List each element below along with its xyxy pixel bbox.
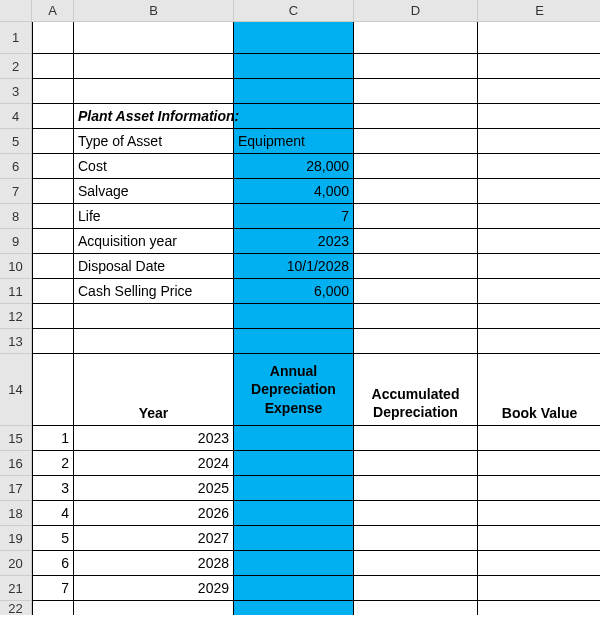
cell-a20[interactable]: 6 (32, 551, 74, 576)
row-header-21[interactable]: 21 (0, 576, 32, 601)
cell-c9[interactable]: 2023 (234, 229, 354, 254)
cell-a17[interactable]: 3 (32, 476, 74, 501)
cell-d16[interactable] (354, 451, 478, 476)
row-header-7[interactable]: 7 (0, 179, 32, 204)
cell-e14[interactable]: Book Value (478, 354, 600, 426)
cell-d7[interactable] (354, 179, 478, 204)
cell-b2[interactable] (74, 54, 234, 79)
cell-d2[interactable] (354, 54, 478, 79)
row-header-18[interactable]: 18 (0, 501, 32, 526)
cell-c12[interactable] (234, 304, 354, 329)
cell-e10[interactable] (478, 254, 600, 279)
cell-e13[interactable] (478, 329, 600, 354)
cell-c15[interactable] (234, 426, 354, 451)
row-header-3[interactable]: 3 (0, 79, 32, 104)
cell-e2[interactable] (478, 54, 600, 79)
cell-d3[interactable] (354, 79, 478, 104)
cell-d13[interactable] (354, 329, 478, 354)
cell-b21[interactable]: 2029 (74, 576, 234, 601)
cell-a4[interactable] (32, 104, 74, 129)
cell-b20[interactable]: 2028 (74, 551, 234, 576)
cell-c8[interactable]: 7 (234, 204, 354, 229)
cell-e11[interactable] (478, 279, 600, 304)
col-header-e[interactable]: E (478, 0, 600, 22)
cell-c5[interactable]: Equipment (234, 129, 354, 154)
cell-c21[interactable] (234, 576, 354, 601)
cell-e19[interactable] (478, 526, 600, 551)
cell-c2[interactable] (234, 54, 354, 79)
cell-b3[interactable] (74, 79, 234, 104)
cell-e1[interactable] (478, 22, 600, 54)
cell-c10[interactable]: 10/1/2028 (234, 254, 354, 279)
cell-e6[interactable] (478, 154, 600, 179)
cell-a15[interactable]: 1 (32, 426, 74, 451)
cell-a7[interactable] (32, 179, 74, 204)
cell-b14[interactable]: Year (74, 354, 234, 426)
cell-e16[interactable] (478, 451, 600, 476)
cell-c11[interactable]: 6,000 (234, 279, 354, 304)
row-header-1[interactable]: 1 (0, 22, 32, 54)
cell-a16[interactable]: 2 (32, 451, 74, 476)
cell-d6[interactable] (354, 154, 478, 179)
cell-a14[interactable] (32, 354, 74, 426)
col-header-b[interactable]: B (74, 0, 234, 22)
select-all-corner[interactable] (0, 0, 32, 22)
cell-b9[interactable]: Acquisition year (74, 229, 234, 254)
cell-a1[interactable] (32, 22, 74, 54)
cell-d17[interactable] (354, 476, 478, 501)
cell-a18[interactable]: 4 (32, 501, 74, 526)
cell-b7[interactable]: Salvage (74, 179, 234, 204)
row-header-4[interactable]: 4 (0, 104, 32, 129)
cell-e17[interactable] (478, 476, 600, 501)
cell-b22[interactable] (74, 601, 234, 615)
cell-a12[interactable] (32, 304, 74, 329)
cell-e9[interactable] (478, 229, 600, 254)
cell-b19[interactable]: 2027 (74, 526, 234, 551)
row-header-17[interactable]: 17 (0, 476, 32, 501)
cell-d5[interactable] (354, 129, 478, 154)
cell-d21[interactable] (354, 576, 478, 601)
row-header-10[interactable]: 10 (0, 254, 32, 279)
cell-a9[interactable] (32, 229, 74, 254)
row-header-16[interactable]: 16 (0, 451, 32, 476)
cell-d8[interactable] (354, 204, 478, 229)
row-header-11[interactable]: 11 (0, 279, 32, 304)
cell-d19[interactable] (354, 526, 478, 551)
cell-e21[interactable] (478, 576, 600, 601)
cell-e4[interactable] (478, 104, 600, 129)
cell-a5[interactable] (32, 129, 74, 154)
cell-a6[interactable] (32, 154, 74, 179)
col-header-d[interactable]: D (354, 0, 478, 22)
cell-a8[interactable] (32, 204, 74, 229)
cell-b10[interactable]: Disposal Date (74, 254, 234, 279)
row-header-8[interactable]: 8 (0, 204, 32, 229)
row-header-12[interactable]: 12 (0, 304, 32, 329)
cell-d15[interactable] (354, 426, 478, 451)
cell-c14[interactable]: Annual Depreciation Expense (234, 354, 354, 426)
cell-c17[interactable] (234, 476, 354, 501)
cell-e12[interactable] (478, 304, 600, 329)
cell-c1[interactable] (234, 22, 354, 54)
cell-a3[interactable] (32, 79, 74, 104)
cell-a13[interactable] (32, 329, 74, 354)
cell-d10[interactable] (354, 254, 478, 279)
cell-b13[interactable] (74, 329, 234, 354)
cell-c13[interactable] (234, 329, 354, 354)
cell-d18[interactable] (354, 501, 478, 526)
cell-e15[interactable] (478, 426, 600, 451)
cell-a19[interactable]: 5 (32, 526, 74, 551)
cell-b8[interactable]: Life (74, 204, 234, 229)
cell-c7[interactable]: 4,000 (234, 179, 354, 204)
cell-c3[interactable] (234, 79, 354, 104)
cell-c6[interactable]: 28,000 (234, 154, 354, 179)
cell-b17[interactable]: 2025 (74, 476, 234, 501)
cell-b12[interactable] (74, 304, 234, 329)
cell-e3[interactable] (478, 79, 600, 104)
row-header-15[interactable]: 15 (0, 426, 32, 451)
cell-c22[interactable] (234, 601, 354, 615)
row-header-19[interactable]: 19 (0, 526, 32, 551)
cell-c18[interactable] (234, 501, 354, 526)
cell-d9[interactable] (354, 229, 478, 254)
cell-b4[interactable]: Plant Asset Information: (74, 104, 234, 129)
cell-a22[interactable] (32, 601, 74, 615)
